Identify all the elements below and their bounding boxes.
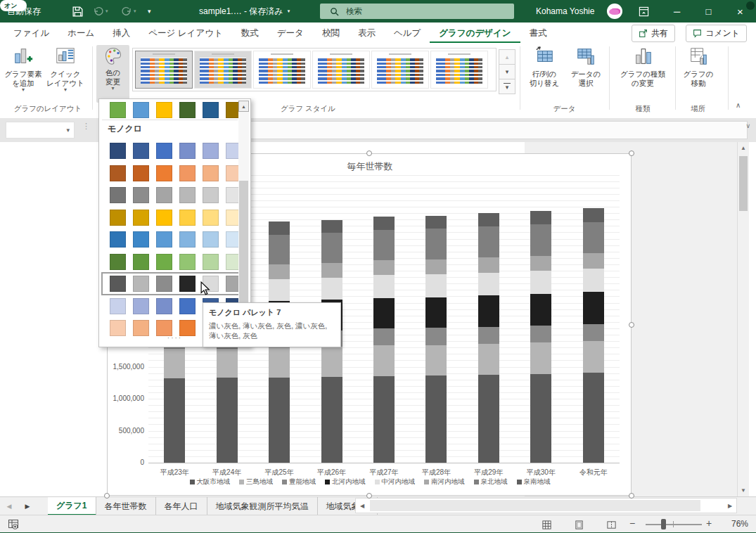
bar-segment[interactable] [583, 324, 604, 342]
zoom-slider-track[interactable] [646, 524, 702, 525]
avatar[interactable] [607, 4, 622, 19]
selection-handle[interactable] [629, 150, 634, 156]
selection-handle[interactable] [104, 493, 110, 499]
ribbon-tab-2[interactable]: ホーム [58, 23, 103, 43]
chart-style-thumbnail-3[interactable] [253, 51, 311, 89]
bar-segment[interactable] [373, 260, 395, 275]
maximize-button[interactable]: □ [693, 0, 724, 23]
palette-swatch[interactable] [179, 102, 196, 118]
palette-swatch[interactable] [156, 102, 172, 118]
normal-view-icon[interactable] [539, 518, 554, 531]
bar-segment[interactable] [321, 278, 342, 300]
palette-swatch[interactable] [203, 102, 219, 118]
bar-segment[interactable] [478, 213, 499, 226]
collapse-ribbon-icon[interactable]: ∧ [736, 101, 741, 109]
horizontal-scroll-thumb[interactable] [370, 500, 700, 511]
ribbon-tab-5[interactable]: 数式 [232, 23, 268, 43]
palette-swatch[interactable] [110, 102, 126, 118]
bar-segment[interactable] [583, 373, 604, 463]
bar-segment[interactable] [373, 230, 395, 260]
bar-segment[interactable] [530, 374, 551, 463]
switch-row-column-button[interactable]: 行/列の 切り替え [524, 45, 565, 103]
monochromatic-palette-row-3[interactable] [110, 187, 242, 203]
bar-segment[interactable] [269, 378, 290, 463]
chart-style-thumbnail-6[interactable] [430, 51, 488, 89]
legend-item[interactable]: 泉南地域 [517, 477, 551, 487]
monochromatic-palette-row-4[interactable] [110, 210, 242, 226]
bar-segment[interactable] [164, 349, 185, 378]
bar-segment[interactable] [425, 274, 447, 297]
bar-segment[interactable] [425, 229, 447, 259]
select-data-button[interactable]: データの 選択 [565, 45, 606, 103]
vertical-scroll-thumb[interactable] [739, 156, 748, 211]
search-input[interactable] [345, 6, 488, 16]
minimize-button[interactable]: ─ [661, 0, 693, 23]
bar-segment[interactable] [269, 264, 290, 279]
gallery-more-icon[interactable]: ▾ [499, 79, 515, 94]
legend-item[interactable]: 大阪市地域 [190, 477, 231, 487]
bar-segment[interactable] [321, 233, 342, 263]
sheet-tab-1[interactable]: グラフ1 [48, 497, 96, 515]
bar-segment[interactable] [321, 220, 342, 233]
redo-icon[interactable]: ▾ [121, 0, 136, 23]
bar-segment[interactable] [530, 271, 551, 294]
zoom-in-button[interactable]: + [706, 518, 712, 529]
formula-bar-splitter[interactable]: ⋮ [82, 124, 90, 128]
ribbon-tab-11[interactable]: 書式 [520, 23, 556, 43]
sheet-tab-2[interactable]: 各年世帯数 [96, 497, 156, 515]
legend-item[interactable]: 豊能地域 [282, 477, 316, 487]
bar-segment[interactable] [530, 256, 551, 271]
bar-segment[interactable] [478, 327, 499, 345]
sheet-nav-next-icon[interactable]: ▶ [18, 497, 37, 515]
move-chart-button[interactable]: グラフの 移動 [679, 45, 717, 103]
undo-icon[interactable]: ▾ [93, 0, 108, 23]
sheet-tab-3[interactable]: 各年人口 [156, 497, 207, 515]
bar-segment[interactable] [425, 216, 447, 229]
zoom-slider-thumb[interactable] [661, 519, 666, 529]
document-title[interactable]: sample1.… - 保存済み▾ [199, 0, 290, 23]
ribbon-tab-10[interactable]: グラフのデザイン [430, 23, 520, 43]
menu-scroll-up-icon[interactable]: ▲ [238, 101, 249, 112]
chart-style-thumbnail-4[interactable] [312, 51, 370, 89]
palette-swatch[interactable] [133, 102, 149, 118]
bar-segment[interactable] [373, 328, 395, 345]
bar-segment[interactable] [425, 297, 447, 328]
bar-segment[interactable] [217, 349, 238, 378]
zoom-level-label[interactable]: 76% [720, 519, 748, 529]
legend-item[interactable]: 中河内地域 [375, 477, 416, 487]
bar-segment[interactable] [373, 217, 395, 230]
name-box[interactable]: ▾ [6, 122, 75, 139]
formula-bar-expand-icon[interactable]: ∨ [745, 122, 750, 129]
bar-segment[interactable] [583, 292, 604, 323]
legend-item[interactable]: 南河内地域 [424, 477, 465, 487]
user-name[interactable]: Kohama Yoshie [536, 0, 594, 23]
page-break-preview-icon[interactable] [603, 518, 619, 531]
sheet-tab-4[interactable]: 地域気象観測所平均気温 [207, 497, 318, 515]
ribbon-tab-1[interactable]: ファイル [4, 23, 58, 43]
bar-segment[interactable] [530, 211, 551, 224]
ribbon-tab-3[interactable]: 挿入 [103, 23, 139, 43]
bar-segment[interactable] [425, 375, 447, 463]
monochromatic-palette-row-5[interactable] [110, 231, 242, 248]
legend-item[interactable]: 三島地域 [239, 477, 273, 487]
legend-item[interactable]: 泉北地域 [474, 477, 508, 487]
bar-segment[interactable] [583, 269, 604, 292]
bar-segment[interactable] [321, 347, 342, 377]
scroll-right-icon[interactable]: ▶ [724, 499, 736, 513]
bar-segment[interactable] [478, 344, 499, 375]
monochromatic-palette-row-1[interactable] [110, 143, 242, 159]
chart-legend[interactable]: 大阪市地域三島地域豊能地域北河内地域中河内地域南河内地域泉北地域泉南地域 [108, 477, 632, 487]
monochromatic-palette-row-6[interactable] [110, 254, 242, 270]
ribbon-tab-6[interactable]: データ [268, 23, 313, 43]
add-chart-element-button[interactable]: グラフ要素 を追加 ▾ [3, 45, 44, 103]
selection-handle[interactable] [629, 493, 634, 499]
bar-segment[interactable] [269, 279, 290, 301]
selection-handle[interactable] [366, 150, 372, 156]
sheet-nav-prev-icon[interactable]: ◀ [0, 497, 18, 515]
selection-handle[interactable] [629, 322, 634, 328]
bar-segment[interactable] [217, 378, 238, 463]
bar-segment[interactable] [269, 221, 290, 234]
close-button[interactable]: × [724, 0, 756, 23]
page-layout-view-icon[interactable] [571, 518, 587, 531]
bar-segment[interactable] [478, 257, 499, 273]
